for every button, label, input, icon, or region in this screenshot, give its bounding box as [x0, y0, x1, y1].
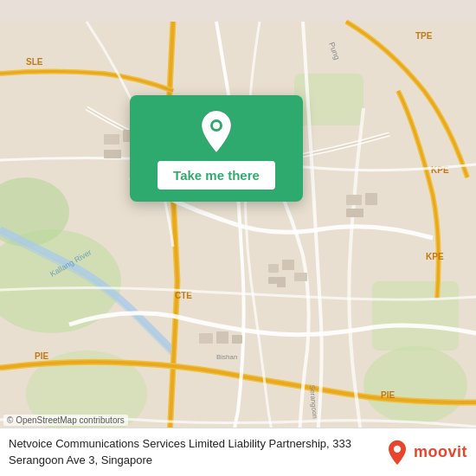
svg-point-5 — [363, 346, 467, 424]
svg-rect-23 — [104, 134, 119, 145]
svg-rect-3 — [294, 74, 363, 125]
moovit-label: moovit — [414, 443, 467, 461]
svg-rect-26 — [346, 195, 362, 205]
svg-rect-18 — [268, 264, 279, 273]
svg-rect-22 — [277, 277, 286, 287]
svg-rect-28 — [346, 209, 363, 217]
svg-point-34 — [213, 122, 220, 129]
take-me-there-button[interactable]: Take me there — [158, 161, 275, 190]
svg-rect-25 — [104, 150, 121, 158]
map-attribution: © OpenStreetMap contributors — [3, 415, 128, 426]
info-bar: Netvoice Communications Services Limited… — [0, 428, 476, 476]
location-card: Take me there — [130, 95, 303, 202]
svg-text:CTE: CTE — [175, 291, 192, 300]
moovit-logo: moovit — [384, 440, 467, 466]
map-container: Kallang River CTE CTE SLE TPE KPE KPE PI… — [0, 0, 476, 476]
moovit-pin-icon — [384, 440, 410, 466]
svg-text:PIE: PIE — [35, 351, 48, 361]
address-text: Netvoice Communications Services Limited… — [9, 436, 384, 467]
map-svg: Kallang River CTE CTE SLE TPE KPE KPE PI… — [0, 0, 476, 476]
svg-text:PIE: PIE — [381, 390, 395, 400]
map-pin-icon — [196, 111, 237, 152]
svg-rect-30 — [216, 331, 228, 344]
svg-point-35 — [394, 445, 401, 452]
svg-rect-21 — [294, 273, 307, 281]
svg-rect-19 — [282, 260, 294, 270]
svg-text:Bishan: Bishan — [216, 353, 237, 361]
svg-text:TPE: TPE — [415, 31, 433, 41]
svg-rect-20 — [268, 277, 277, 284]
svg-text:KPE: KPE — [426, 252, 444, 261]
svg-rect-29 — [199, 333, 213, 344]
svg-rect-31 — [232, 335, 242, 344]
svg-text:SLE: SLE — [26, 57, 43, 67]
svg-rect-4 — [372, 281, 459, 351]
map-background: Kallang River CTE CTE SLE TPE KPE KPE PI… — [0, 0, 476, 476]
svg-rect-27 — [365, 193, 377, 205]
